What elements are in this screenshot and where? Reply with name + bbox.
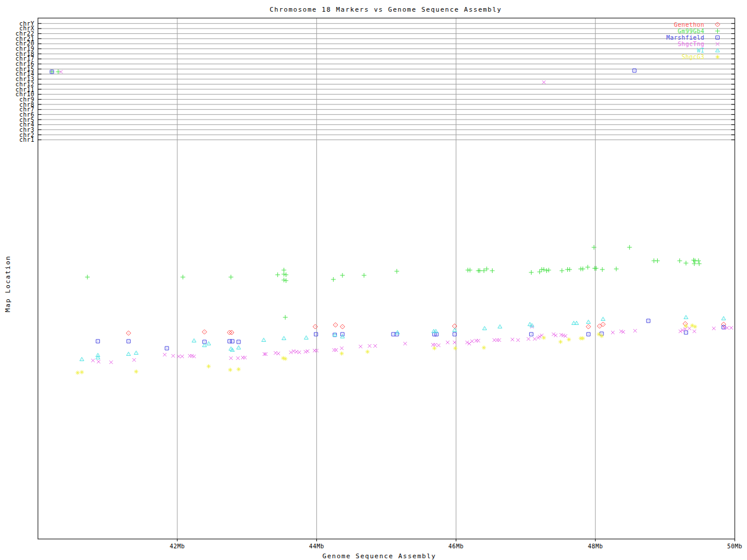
data-point-plus	[362, 273, 366, 278]
data-point-xmark	[470, 340, 474, 343]
data-point-xmark	[611, 331, 615, 334]
data-point-xmark	[542, 80, 546, 84]
data-point-xmark	[368, 344, 371, 348]
data-point-plus	[683, 261, 688, 265]
data-point-square	[647, 319, 650, 323]
data-point-plus	[542, 267, 546, 272]
data-point-star	[715, 55, 720, 59]
data-point-star	[581, 337, 585, 341]
data-point-plus	[696, 258, 701, 263]
data-point-xmark	[236, 356, 240, 360]
data-point-plus	[678, 258, 682, 263]
data-point-xmark	[437, 344, 441, 347]
data-point-xmark	[516, 338, 520, 342]
data-point-xmark	[712, 327, 715, 330]
data-point-triangle	[684, 316, 688, 319]
data-point-plus	[281, 278, 286, 282]
data-point-square	[684, 331, 687, 334]
data-point-xmark	[533, 337, 536, 341]
x-tick-label: 42Mb	[160, 543, 195, 550]
data-point-star	[693, 325, 697, 329]
data-point-square	[165, 346, 169, 350]
data-point-star	[558, 340, 563, 344]
data-point-xmark	[477, 339, 480, 342]
data-point-square	[633, 69, 636, 72]
data-point-xmark	[277, 352, 280, 355]
data-point-xmark	[434, 343, 437, 346]
data-point-diamond	[126, 331, 131, 335]
data-point-plus	[581, 267, 585, 271]
data-point-triangle	[236, 346, 240, 349]
data-point-triangle	[601, 317, 605, 321]
data-point-plus	[180, 275, 185, 279]
data-point-xmark	[298, 351, 301, 354]
data-point-triangle	[304, 336, 308, 340]
data-point-plus	[697, 261, 701, 266]
x-tick-label: 50Mb	[717, 543, 747, 550]
data-point-star	[482, 346, 486, 350]
data-point-diamond	[586, 324, 591, 329]
data-point-star	[684, 324, 688, 328]
data-point-star	[365, 350, 369, 354]
data-point-xmark	[725, 326, 729, 330]
data-point-plus	[544, 268, 549, 273]
data-point-triangle	[80, 358, 84, 361]
x-tick-label: 46Mb	[438, 543, 473, 550]
data-point-square	[587, 332, 590, 336]
data-point-xmark	[403, 342, 407, 345]
data-point-plus	[537, 270, 542, 274]
data-point-xmark	[729, 326, 733, 330]
data-point-diamond	[715, 22, 720, 27]
data-point-plus	[692, 261, 697, 266]
y-axis-label-chr1: chr1	[2, 137, 34, 142]
data-point-diamond	[340, 324, 345, 329]
data-point-diamond	[333, 323, 338, 327]
data-point-plus	[490, 268, 494, 273]
data-point-star	[80, 370, 84, 374]
data-point-xmark	[163, 353, 166, 356]
data-point-plus	[467, 268, 472, 272]
x-axis-title: Genome Sequence Assembly	[292, 552, 467, 560]
data-point-plus	[529, 270, 533, 275]
data-point-xmark	[172, 354, 175, 358]
data-point-diamond	[202, 330, 207, 334]
data-point-plus	[56, 69, 61, 74]
data-point-triangle	[192, 339, 196, 342]
data-point-xmark	[109, 360, 113, 364]
data-point-xmark	[229, 356, 233, 360]
data-point-plus	[331, 277, 336, 282]
data-point-square	[96, 340, 100, 343]
data-point-star	[597, 332, 601, 337]
data-point-plus	[284, 278, 288, 283]
data-point-xmark	[334, 348, 338, 352]
data-point-star	[134, 370, 138, 374]
legend-label-wi: WI	[623, 47, 704, 54]
data-point-xmark	[97, 360, 100, 363]
data-point-plus	[275, 272, 280, 277]
data-point-triangle	[134, 351, 138, 355]
data-point-triangle	[207, 342, 211, 345]
data-point-star	[432, 346, 437, 351]
data-point-triangle	[483, 327, 487, 330]
data-point-plus	[546, 268, 551, 272]
data-point-plus	[340, 273, 345, 278]
data-point-plus	[560, 268, 564, 273]
plot-frame	[38, 18, 735, 539]
data-point-triangle	[498, 325, 502, 328]
data-point-plus	[229, 275, 233, 279]
data-point-star	[340, 352, 344, 356]
data-point-xmark	[497, 338, 501, 342]
data-point-xmark	[243, 356, 247, 359]
data-point-xmark	[687, 327, 691, 330]
data-point-plus	[655, 258, 659, 263]
data-point-xmark	[374, 344, 377, 348]
legend-label-gm99gb4: Gm99Gb4	[623, 28, 704, 34]
data-point-star	[567, 338, 571, 342]
data-point-plus	[281, 268, 286, 272]
data-point-star	[76, 371, 80, 375]
plot-area	[0, 0, 747, 560]
data-point-plus	[715, 29, 720, 33]
data-point-plus	[85, 275, 90, 279]
data-point-plus	[567, 267, 572, 272]
data-point-plus	[627, 245, 632, 250]
